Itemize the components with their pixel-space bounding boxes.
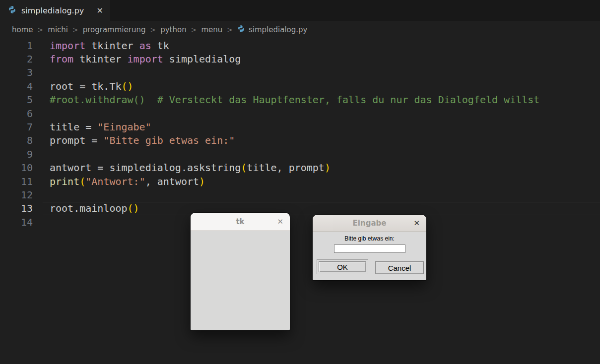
dialog-body: Bitte gib etwas ein: OK Cancel [313,232,426,280]
code-line[interactable]: 14 [0,215,600,229]
code-text: #root.withdraw() # Versteckt das Hauptfe… [50,94,539,106]
dialog-title: Eingabe [353,219,387,228]
code-line[interactable]: 6 [0,107,600,120]
line-number: 6 [0,108,33,120]
tab-bar: simpledialog.py ✕ [0,0,600,21]
breadcrumb-file-item[interactable]: simpledialog.py [237,25,307,35]
line-number: 2 [0,53,33,65]
dialog-titlebar[interactable]: Eingabe ✕ [313,215,426,232]
line-number: 9 [0,148,33,160]
code-line[interactable]: 13root.mainloop() [0,202,600,215]
ok-button-focus-ring: OK [317,259,368,274]
code-text: antwort = simpledialog.askstring(title, … [50,162,331,174]
breadcrumb-item[interactable]: home [12,25,33,34]
code-text: from tkinter import simpledialog [50,53,241,65]
line-number: 8 [0,134,33,146]
tab-label: simpledialog.py [21,6,91,15]
line-number: 13 [0,202,33,214]
breadcrumb-item[interactable]: menu [201,25,222,34]
tk-window: tk ✕ [191,213,290,330]
cancel-button[interactable]: Cancel [375,261,424,274]
code-line[interactable]: 12 [0,188,600,201]
chevron-right-icon: > [150,26,156,34]
chevron-right-icon: > [38,26,44,34]
code-line[interactable]: 4root = tk.Tk() [0,79,600,93]
breadcrumb-item[interactable]: python [160,25,186,34]
code-editor[interactable]: 1import tkinter as tk2from tkinter impor… [0,39,600,364]
chevron-right-icon: > [72,26,78,34]
code-line[interactable]: 3 [0,66,600,79]
dialog-prompt-label: Bitte gib etwas ein: [313,235,426,242]
code-line[interactable]: 9 [0,147,600,161]
line-number: 3 [0,66,33,78]
tk-window-close-icon[interactable]: ✕ [277,218,283,225]
eingabe-dialog: Eingabe ✕ Bitte gib etwas ein: OK Cancel [313,215,426,280]
ok-button[interactable]: OK [319,261,366,272]
code-text: root.mainloop() [50,202,139,214]
code-text: prompt = "Bitte gib etwas ein:" [50,134,235,146]
line-number: 7 [0,121,33,133]
line-number: 12 [0,189,33,201]
breadcrumb: home>michi>programmierung>python>menu> s… [0,21,600,39]
line-number: 11 [0,176,33,187]
python-file-icon [8,5,16,16]
line-number: 4 [0,80,33,92]
code-line[interactable]: 7title = "Eingabe" [0,120,600,133]
breadcrumb-item[interactable]: michi [48,25,68,34]
code-line[interactable]: 2from tkinter import simpledialog [0,52,600,65]
line-number: 10 [0,162,33,174]
breadcrumb-file-label: simpledialog.py [249,25,307,34]
line-number: 1 [0,40,33,52]
tk-window-body [191,231,290,330]
python-file-icon [237,25,245,35]
dialog-close-icon[interactable]: ✕ [413,219,420,227]
tk-window-titlebar[interactable]: tk ✕ [191,213,290,231]
chevron-right-icon: > [191,26,197,34]
code-line[interactable]: 10antwort = simpledialog.askstring(title… [0,161,600,175]
breadcrumb-item[interactable]: programmierung [83,25,146,34]
chevron-right-icon: > [227,26,233,34]
code-line[interactable]: 1import tkinter as tk [0,39,600,52]
code-line[interactable]: 8prompt = "Bitte gib etwas ein:" [0,134,600,147]
tab-simpledialog[interactable]: simpledialog.py ✕ [0,0,110,21]
code-text: root = tk.Tk() [50,80,133,92]
tab-close-icon[interactable]: ✕ [96,6,104,15]
code-line[interactable]: 5#root.withdraw() # Versteckt das Hauptf… [0,93,600,107]
code-text: print("Antwort:", antwort) [50,176,205,187]
tk-window-title: tk [236,217,244,226]
line-number: 5 [0,94,33,106]
code-line[interactable]: 11print("Antwort:", antwort) [0,175,600,188]
code-text: title = "Eingabe" [50,121,151,133]
dialog-text-input[interactable] [334,244,405,253]
line-number: 14 [0,216,33,228]
code-text: import tkinter as tk [50,40,169,52]
